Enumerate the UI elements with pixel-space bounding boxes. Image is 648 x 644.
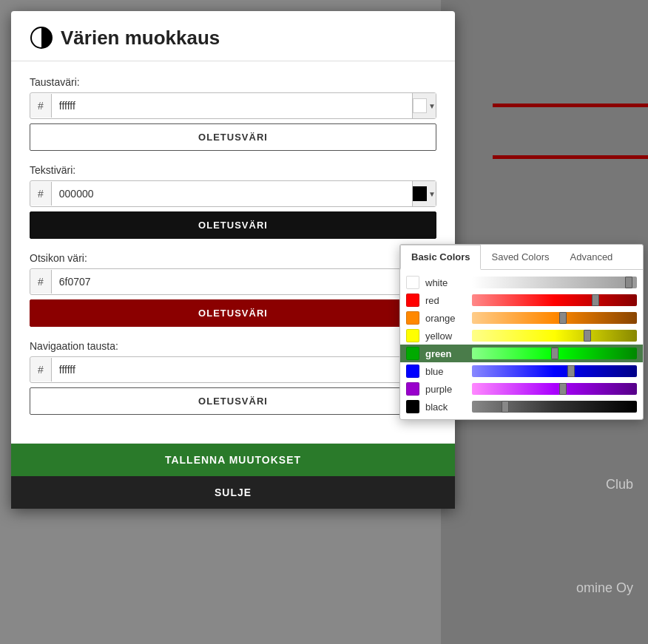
nav-bg-default-btn[interactable]: OLETUSVÄRI <box>30 387 436 415</box>
gradient-thumb-yellow <box>584 330 591 342</box>
hash-sign-bg: # <box>30 94 52 118</box>
close-button[interactable]: SULJE <box>11 476 455 509</box>
color-name-blue: blue <box>425 366 466 377</box>
color-row-white[interactable]: white <box>400 274 643 291</box>
modal-title: Värien muokkaus <box>61 27 220 50</box>
hash-sign-text: # <box>30 182 52 206</box>
nav-bg-label: Navigaation tausta: <box>30 340 436 352</box>
contrast-icon <box>30 26 53 50</box>
hash-sign-nav: # <box>30 358 52 382</box>
tab-saved-colors[interactable]: Saved Colors <box>481 245 559 269</box>
color-edit-modal: Värien muokkaus Taustaväri: # ▼ OLETUSVÄ… <box>11 11 455 509</box>
text-color-swatch[interactable]: ▼ <box>412 181 436 206</box>
background-color-input-row: # ▼ <box>30 92 436 119</box>
swatch-dropdown-arrow-text: ▼ <box>428 190 436 198</box>
gradient-thumb-white <box>625 277 632 288</box>
color-gradient-blue[interactable] <box>472 365 637 377</box>
heading-default-btn[interactable]: OLETUSVÄRI <box>30 299 436 327</box>
text-default-btn[interactable]: OLETUSVÄRI <box>30 211 436 239</box>
color-picker-popup: Basic Colors Saved Colors Advanced white… <box>399 244 644 420</box>
text-color-input[interactable] <box>52 182 412 206</box>
color-gradient-orange[interactable] <box>472 312 637 324</box>
color-name-white: white <box>425 277 466 288</box>
color-row-green[interactable]: green <box>400 345 643 362</box>
color-dot-blue <box>406 365 419 378</box>
background-color-section: Taustaväri: # ▼ OLETUSVÄRI <box>30 76 436 151</box>
modal-footer: TALLENNA MUUTOKSET SULJE <box>11 443 455 509</box>
gradient-thumb-orange <box>559 312 567 324</box>
side-red-bar-2 <box>493 155 648 159</box>
nav-bg-input[interactable] <box>52 358 412 382</box>
gradient-thumb-green <box>551 348 558 359</box>
heading-color-input[interactable] <box>52 270 412 294</box>
swatch-black-text <box>413 186 427 201</box>
color-name-black: black <box>425 401 466 413</box>
background-color-swatch[interactable]: ▼ <box>412 93 436 118</box>
background-color-input[interactable] <box>52 94 412 118</box>
color-dot-black <box>406 400 419 413</box>
background-default-btn[interactable]: OLETUSVÄRI <box>30 123 436 151</box>
gradient-thumb-red <box>592 294 599 306</box>
heading-color-section: Otsikon väri: # ▼ OLETUSVÄRI <box>30 252 436 327</box>
color-row-red[interactable]: red <box>400 291 643 309</box>
color-row-purple[interactable]: purple <box>400 380 643 398</box>
color-dot-green <box>406 347 419 360</box>
color-list: white red orange yellow <box>400 270 643 419</box>
gradient-thumb-black <box>502 401 509 413</box>
color-gradient-purple[interactable] <box>472 383 637 395</box>
swatch-white-bg <box>413 98 427 113</box>
color-name-purple: purple <box>425 384 466 395</box>
side-red-bar-1 <box>493 104 648 107</box>
color-gradient-black[interactable] <box>472 401 637 413</box>
nav-bg-input-row: # ▼ <box>30 356 436 383</box>
picker-tabs: Basic Colors Saved Colors Advanced <box>400 245 643 270</box>
color-name-green: green <box>425 348 466 359</box>
color-gradient-green[interactable] <box>472 348 637 359</box>
text-color-input-row: # ▼ <box>30 180 436 207</box>
gradient-thumb-blue <box>567 365 575 377</box>
side-company-text: omine Oy <box>576 580 633 596</box>
color-dot-red <box>406 294 419 307</box>
color-dot-yellow <box>406 329 419 342</box>
modal-body: Taustaväri: # ▼ OLETUSVÄRI Tekstiväri: #… <box>11 61 455 443</box>
side-club-text: Club <box>606 477 633 492</box>
text-color-label: Tekstiväri: <box>30 164 436 176</box>
color-row-blue[interactable]: blue <box>400 362 643 380</box>
hash-sign-heading: # <box>30 270 52 294</box>
color-gradient-white[interactable] <box>472 277 637 288</box>
color-row-black[interactable]: black <box>400 398 643 416</box>
color-gradient-red[interactable] <box>472 294 637 306</box>
tab-basic-colors[interactable]: Basic Colors <box>400 245 481 270</box>
heading-color-input-row: # ▼ <box>30 268 436 295</box>
color-name-red: red <box>425 295 466 306</box>
color-dot-white <box>406 276 419 289</box>
swatch-dropdown-arrow-bg: ▼ <box>428 102 436 110</box>
tab-advanced[interactable]: Advanced <box>560 245 624 269</box>
gradient-thumb-purple <box>559 383 567 395</box>
color-row-orange[interactable]: orange <box>400 309 643 327</box>
heading-color-label: Otsikon väri: <box>30 252 436 264</box>
nav-bg-section: Navigaation tausta: # ▼ OLETUSVÄRI <box>30 340 436 415</box>
color-name-yellow: yellow <box>425 331 466 342</box>
color-dot-orange <box>406 311 419 325</box>
color-gradient-yellow[interactable] <box>472 330 637 342</box>
color-dot-purple <box>406 382 419 396</box>
color-row-yellow[interactable]: yellow <box>400 327 643 345</box>
color-name-orange: orange <box>425 313 466 324</box>
modal-header: Värien muokkaus <box>11 11 455 61</box>
save-button[interactable]: TALLENNA MUUTOKSET <box>11 444 455 476</box>
text-color-section: Tekstiväri: # ▼ OLETUSVÄRI <box>30 164 436 239</box>
background-color-label: Taustaväri: <box>30 76 436 88</box>
